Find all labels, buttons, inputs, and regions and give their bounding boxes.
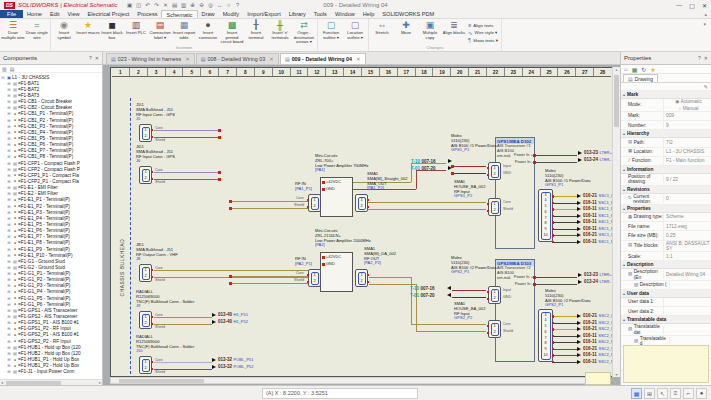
close-tab-icon[interactable]: ✕: [269, 56, 274, 62]
bulkhead-connector-j5[interactable]: 12: [139, 124, 152, 142]
user-toggle[interactable]: ●: [696, 388, 707, 399]
doc-tab-023-wiring-list-in-harness[interactable]: ▤023 - Wiring list in harness✕: [106, 53, 195, 64]
components-filter-icon[interactable]: ▥: [2, 66, 7, 71]
property-value[interactable]: 009: [663, 112, 711, 120]
menu-tab-tools[interactable]: Tools: [310, 10, 331, 18]
close-button[interactable]: ✕: [702, 2, 707, 9]
menu-tab-window[interactable]: Window: [331, 10, 359, 18]
section-header-information[interactable]: ▴Information: [621, 166, 711, 174]
tree-item-f1-j1-input-power-conn[interactable]: ⊞▤=F1-J1 - Input Power Conn: [0, 369, 102, 375]
property-value[interactable]: [663, 326, 711, 334]
property-value[interactable]: ANSI B: DASSAULT SY: [663, 241, 711, 252]
insert-n-terminals-button[interactable]: ╫Insert 'n' terminals: [268, 20, 292, 45]
property-value[interactable]: 9 / 22: [663, 175, 711, 183]
origin-destination-arrows-button[interactable]: ⇄Origin - destination arrows ▾: [292, 20, 316, 45]
align-blocks-button[interactable]: ≣Align blocks: [442, 20, 466, 45]
menu-tab-solidworks-pdm[interactable]: SOLIDWORKS PDM: [378, 10, 438, 18]
power-connector[interactable]: 12: [488, 286, 501, 304]
amp-input-connector[interactable]: 12: [308, 269, 321, 287]
menu-tab-draw[interactable]: Draw: [198, 10, 219, 18]
radio-option-manual[interactable]: ○ Manual: [679, 106, 699, 111]
section-header-revisions[interactable]: ▴Revisions: [621, 186, 711, 194]
close-tab-icon[interactable]: ✕: [356, 56, 361, 62]
home-icon[interactable]: ⌂: [624, 66, 628, 72]
menu-tab-help[interactable]: Help: [359, 10, 379, 18]
menu-tab-electrical-project[interactable]: Electrical Project: [84, 10, 134, 18]
move-button[interactable]: ✚Move: [394, 20, 418, 45]
section-header-user-data[interactable]: ▴User data: [621, 290, 711, 298]
collapse-ribbon-icon[interactable]: ▴: [704, 11, 707, 17]
stretch-button[interactable]: ⇔Stretch: [370, 20, 394, 45]
redo-icon[interactable]: ↷: [154, 2, 160, 8]
connection-label-button[interactable]: ▤Connection label ▾: [148, 20, 172, 45]
close-tab-icon[interactable]: ✕: [185, 56, 190, 62]
radio-option-automatic[interactable]: ◉ Automatic: [675, 99, 702, 104]
copy-icon[interactable]: ▤: [172, 2, 178, 8]
property-value[interactable]: Scheme: [663, 213, 711, 221]
section-header-description[interactable]: ▴Description: [621, 261, 711, 269]
show-texts-button[interactable]: ¶Show texts ▾: [468, 37, 498, 43]
insert-printed-circuit-board-button[interactable]: ▩Insert printed circuit board: [220, 20, 244, 45]
menu-tab-process[interactable]: Process: [133, 10, 161, 18]
property-value[interactable]: [663, 307, 711, 315]
ribbon-options-icon[interactable]: ▾: [698, 19, 711, 51]
bulkhead-connector-j9[interactable]: 12: [139, 311, 152, 329]
menu-tab-import-export[interactable]: Import/Export: [243, 10, 285, 18]
properties-close-icon[interactable]: ✕: [704, 55, 708, 61]
property-value[interactable]: Detailed Wiring 04: [663, 270, 711, 278]
menu-tab-edit[interactable]: Edit: [46, 10, 64, 18]
wire-style-toggle[interactable]: ≡: [670, 388, 681, 399]
menu-tab-view[interactable]: View: [64, 10, 84, 18]
cut-icon[interactable]: ✕: [163, 2, 169, 8]
properties-icon[interactable]: ▣: [127, 2, 133, 8]
ortho-toggle[interactable]: ⌐: [683, 388, 694, 399]
scroll-thumb[interactable]: [6, 381, 61, 385]
drawing-v-scrollbar[interactable]: ▴ ▾: [612, 67, 620, 377]
favorite-icon[interactable]: ★: [650, 66, 655, 73]
section-header-mark[interactable]: ▴Mark: [621, 91, 711, 99]
components-help-icon[interactable]: ?: [89, 55, 92, 61]
property-value[interactable]: [663, 298, 711, 306]
property-value[interactable]: [669, 281, 711, 289]
pan-icon[interactable]: ↔: [217, 2, 223, 8]
menu-tab-schematic[interactable]: Schematic: [161, 10, 197, 18]
power-connector[interactable]: 12: [488, 162, 501, 180]
draw-multiple-wire-button[interactable]: ☰Draw multiple wire: [1, 20, 25, 45]
scroll-thumb[interactable]: [119, 379, 204, 383]
scroll-thumb[interactable]: [614, 75, 619, 127]
components-close-icon[interactable]: ✕: [95, 55, 99, 61]
amp-output-connector[interactable]: 12: [355, 269, 368, 287]
preview-icon[interactable]: ▦: [632, 66, 638, 73]
bulkhead-connector-j8[interactable]: 12: [139, 264, 152, 282]
paste-icon[interactable]: ▥: [181, 2, 187, 8]
rf-connector[interactable]: 12: [488, 198, 501, 216]
menu-tab-home[interactable]: Home: [23, 10, 46, 18]
insert-report-table-button[interactable]: ▦Insert report table: [172, 20, 196, 45]
draw-single-wire-button[interactable]: =Draw single wire: [25, 20, 49, 45]
components-h-scrollbar[interactable]: ◂ ▸: [0, 379, 102, 385]
amp-output-connector[interactable]: 12: [355, 194, 368, 212]
property-value[interactable]: 7\2: [663, 138, 711, 146]
insert-terminal-button[interactable]: ╂Insert terminal: [244, 20, 268, 45]
property-value[interactable]: 9: [663, 121, 711, 129]
insert-macro-button[interactable]: ★Insert macro: [76, 20, 100, 45]
help-icon[interactable]: ?: [235, 2, 241, 8]
insert-connector-button[interactable]: ●Insert connector: [196, 20, 220, 45]
section-header-hierarchy[interactable]: ▴Hierarchy: [621, 130, 711, 138]
menu-tab-file[interactable]: File: [0, 10, 23, 18]
insert-plc-button[interactable]: ▥Insert PLC: [124, 20, 148, 45]
menu-tab-library[interactable]: Library: [285, 10, 310, 18]
grid-toggle[interactable]: ▦: [631, 388, 642, 399]
property-value[interactable]: F1 - Main function: [663, 157, 711, 165]
properties-help-icon[interactable]: ?: [698, 55, 701, 61]
property-value[interactable]: 0: [663, 195, 711, 203]
drawing-sheet[interactable]: 1234567891011121314151617181920212223242…: [110, 67, 613, 377]
zoom-out-icon[interactable]: ⊖: [199, 2, 205, 8]
zoom-fit-icon[interactable]: ◎: [208, 2, 214, 8]
amp-input-connector[interactable]: 12: [308, 194, 321, 212]
property-value[interactable]: ◉ Automatic○ Manual: [663, 99, 711, 111]
property-value[interactable]: 1:1: [663, 252, 711, 260]
property-value[interactable]: L1 - 3U CHASSIS: [663, 148, 711, 156]
property-value[interactable]: 0.25: [663, 231, 711, 239]
selection-toggle[interactable]: ↖: [657, 388, 668, 399]
